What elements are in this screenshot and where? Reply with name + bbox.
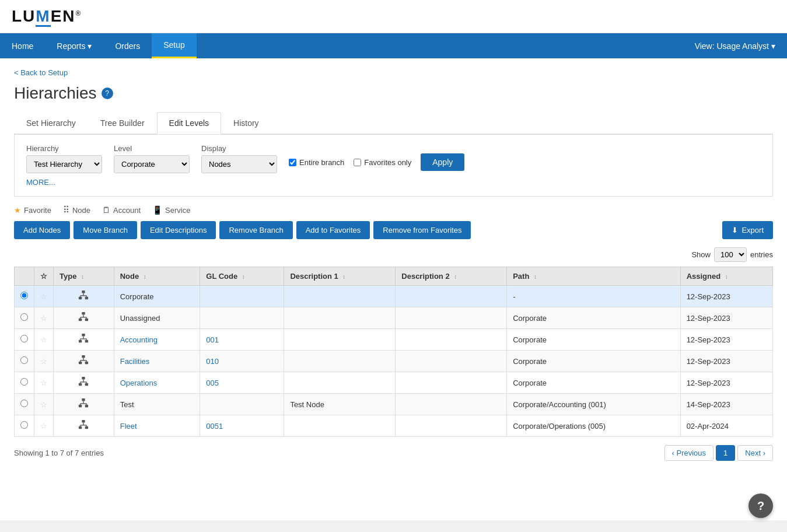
move-branch-button[interactable]: Move Branch bbox=[74, 221, 137, 239]
row-assigned-5: 14-Sep-2023 bbox=[680, 394, 772, 415]
row-desc2-2 bbox=[396, 329, 507, 351]
row-gl-4: 005 bbox=[200, 372, 284, 394]
svg-rect-8 bbox=[79, 318, 82, 321]
nav-left: Home Reports ▾ Orders Setup bbox=[0, 33, 197, 58]
row-star-5[interactable]: ☆ bbox=[34, 394, 54, 415]
svg-rect-21 bbox=[82, 355, 85, 358]
dropdown-arrow-icon: ▾ bbox=[88, 41, 92, 51]
svg-rect-1 bbox=[79, 297, 82, 300]
row-radio-6[interactable] bbox=[20, 421, 28, 429]
row-node-0: Corporate bbox=[114, 286, 200, 307]
next-button[interactable]: Next › bbox=[737, 445, 773, 461]
more-link[interactable]: MORE... bbox=[26, 178, 55, 187]
row-radio-cell bbox=[15, 329, 34, 351]
previous-button[interactable]: ‹ Previous bbox=[664, 445, 714, 461]
row-path-2: Corporate bbox=[507, 329, 680, 351]
hierarchy-select[interactable]: Test Hierarchy bbox=[26, 155, 102, 173]
back-link[interactable]: < Back to Setup bbox=[14, 68, 68, 77]
hierarchy-label: Hierarchy bbox=[26, 144, 102, 153]
row-assigned-3: 12-Sep-2023 bbox=[680, 351, 772, 372]
row-radio-5[interactable] bbox=[20, 400, 28, 407]
display-label: Display bbox=[201, 144, 277, 153]
tab-edit-levels[interactable]: Edit Levels bbox=[157, 112, 221, 134]
table-row: ☆Operations005Corporate12-Sep-2023 bbox=[15, 372, 773, 394]
row-type-0 bbox=[54, 286, 114, 307]
page-title: Hierarchies bbox=[14, 84, 97, 103]
tab-history[interactable]: History bbox=[221, 112, 271, 134]
display-select[interactable]: Nodes bbox=[201, 155, 277, 173]
svg-rect-42 bbox=[82, 420, 85, 423]
row-radio-0[interactable] bbox=[20, 292, 28, 299]
row-radio-cell bbox=[15, 415, 34, 437]
row-gl-2: 001 bbox=[200, 329, 284, 351]
entire-branch-label[interactable]: Entire branch bbox=[289, 158, 344, 167]
nav-home[interactable]: Home bbox=[0, 33, 45, 58]
row-star-1[interactable]: ☆ bbox=[34, 307, 54, 329]
entries-select[interactable]: 10 25 50 100 bbox=[714, 247, 747, 262]
col-desc1: Description 1 ↕ bbox=[284, 267, 396, 286]
favorites-only-checkbox[interactable] bbox=[354, 159, 361, 166]
row-star-6[interactable]: ☆ bbox=[34, 415, 54, 437]
export-button[interactable]: ⬇ Export bbox=[722, 221, 773, 239]
level-label: Level bbox=[114, 144, 190, 153]
checkbox-group: Entire branch Favorites only Apply bbox=[289, 153, 464, 171]
row-path-5: Corporate/Accounting (001) bbox=[507, 394, 680, 415]
row-radio-cell bbox=[15, 307, 34, 329]
svg-rect-28 bbox=[82, 377, 85, 380]
service-legend-icon: 📱 bbox=[152, 205, 162, 215]
action-bar: Add Nodes Move Branch Edit Descriptions … bbox=[14, 221, 773, 239]
account-legend-icon: 🗒 bbox=[102, 205, 110, 215]
row-node-6[interactable]: Fleet bbox=[114, 415, 200, 437]
row-star-3[interactable]: ☆ bbox=[34, 351, 54, 372]
row-gl-0 bbox=[200, 286, 284, 307]
edit-descriptions-button[interactable]: Edit Descriptions bbox=[141, 221, 216, 239]
nav-orders[interactable]: Orders bbox=[103, 33, 152, 58]
nav-reports[interactable]: Reports ▾ bbox=[45, 33, 103, 58]
hierarchy-filter: Hierarchy Test Hierarchy bbox=[26, 144, 102, 173]
row-desc1-2 bbox=[284, 329, 396, 351]
title-help-icon[interactable]: ? bbox=[102, 88, 113, 99]
row-node-3[interactable]: Facilities bbox=[114, 351, 200, 372]
row-node-4[interactable]: Operations bbox=[114, 372, 200, 394]
row-assigned-1: 12-Sep-2023 bbox=[680, 307, 772, 329]
row-radio-3[interactable] bbox=[20, 356, 28, 364]
row-star-0[interactable]: ☆ bbox=[34, 286, 54, 307]
row-path-6: Corporate/Operations (005) bbox=[507, 415, 680, 437]
pagination-info: Showing 1 to 7 of 7 entries bbox=[14, 449, 104, 457]
row-type-2 bbox=[54, 329, 114, 351]
row-node-5: Test bbox=[114, 394, 200, 415]
row-desc2-5 bbox=[396, 394, 507, 415]
page-1-button[interactable]: 1 bbox=[716, 445, 735, 461]
col-path: Path ↕ bbox=[507, 267, 680, 286]
entire-branch-checkbox[interactable] bbox=[289, 159, 296, 166]
help-button[interactable]: ? bbox=[748, 494, 773, 518]
tab-set-hierarchy[interactable]: Set Hierarchy bbox=[14, 112, 88, 134]
row-node-2[interactable]: Accounting bbox=[114, 329, 200, 351]
tab-tree-builder[interactable]: Tree Builder bbox=[88, 112, 157, 134]
row-radio-2[interactable] bbox=[20, 335, 28, 342]
node-link-2[interactable]: Accounting bbox=[120, 335, 158, 344]
pagination-bar: Showing 1 to 7 of 7 entries ‹ Previous 1… bbox=[14, 445, 773, 461]
row-star-4[interactable]: ☆ bbox=[34, 372, 54, 394]
filter-row: Hierarchy Test Hierarchy Level Corporate… bbox=[26, 144, 761, 173]
favorites-only-label[interactable]: Favorites only bbox=[354, 158, 411, 167]
tabs: Set Hierarchy Tree Builder Edit Levels H… bbox=[14, 112, 773, 134]
add-to-favorites-button[interactable]: Add to Favorites bbox=[296, 221, 370, 239]
apply-button[interactable]: Apply bbox=[421, 153, 464, 171]
row-star-2[interactable]: ☆ bbox=[34, 329, 54, 351]
table-row: ☆Fleet0051Corporate/Operations (005)02-A… bbox=[15, 415, 773, 437]
add-nodes-button[interactable]: Add Nodes bbox=[14, 221, 70, 239]
row-assigned-2: 12-Sep-2023 bbox=[680, 329, 772, 351]
row-radio-1[interactable] bbox=[20, 313, 28, 321]
row-radio-4[interactable] bbox=[20, 378, 28, 386]
node-link-4[interactable]: Operations bbox=[120, 379, 158, 387]
svg-rect-0 bbox=[82, 290, 85, 293]
nav-setup[interactable]: Setup bbox=[152, 33, 197, 58]
node-link-3[interactable]: Facilities bbox=[120, 357, 150, 366]
nav-view[interactable]: View: Usage Analyst ▾ bbox=[683, 33, 787, 58]
remove-from-favorites-button[interactable]: Remove from Favorites bbox=[373, 221, 471, 239]
node-link-6[interactable]: Fleet bbox=[120, 422, 137, 430]
row-type-6 bbox=[54, 415, 114, 437]
level-select[interactable]: Corporate bbox=[114, 155, 190, 173]
remove-branch-button[interactable]: Remove Branch bbox=[219, 221, 292, 239]
